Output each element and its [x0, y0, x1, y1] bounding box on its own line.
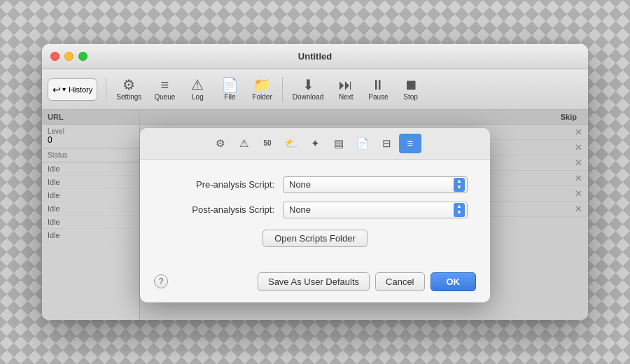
tab-file-icon: 📄 — [356, 137, 370, 150]
next-button[interactable]: ⏭ Next — [330, 75, 361, 104]
tab-form-icon: ▤ — [334, 137, 344, 150]
open-scripts-button[interactable]: Open Scripts Folder — [262, 230, 368, 247]
tab-sliders[interactable]: ⊟ — [375, 134, 398, 153]
content-area: URL Level 0 Status Idle Idle Idle Idle I… — [42, 110, 588, 320]
modal-overlay: ⚙ ⚠ 50 ⛅ ✦ ▤ — [42, 110, 588, 320]
download-icon: ⬇ — [302, 78, 314, 92]
ok-button[interactable]: OK — [430, 272, 477, 291]
history-button[interactable]: ↩ ▾ History — [48, 78, 97, 101]
pre-analysis-select[interactable]: None — [283, 176, 468, 193]
stop-button[interactable]: ⏹ Stop — [396, 75, 426, 104]
tab-script[interactable]: ≡ — [399, 134, 421, 153]
pause-label: Pause — [368, 93, 388, 101]
save-defaults-button[interactable]: Save As User Defaults — [258, 272, 370, 291]
file-button[interactable]: 📄 File — [214, 75, 245, 104]
download-button[interactable]: ⬇ Download — [287, 75, 329, 104]
pre-analysis-select-wrap: None ▲ ▼ — [283, 176, 468, 193]
tab-file[interactable]: 📄 — [351, 134, 374, 153]
minimize-button[interactable] — [64, 52, 74, 61]
tab-settings[interactable]: ⚙ — [209, 134, 231, 153]
tab-network-icon: ✦ — [311, 137, 320, 150]
folder-icon: 📁 — [253, 78, 271, 92]
post-analysis-select[interactable]: None — [283, 202, 468, 218]
pause-button[interactable]: ⏸ Pause — [363, 75, 393, 104]
log-icon: ⚠ — [191, 78, 204, 92]
download-label: Download — [293, 93, 323, 101]
queue-label: Queue — [154, 93, 175, 101]
settings-button[interactable]: ⚙ Settings — [111, 75, 147, 104]
pause-icon: ⏸ — [371, 78, 385, 92]
tab-alert[interactable]: ⚠ — [232, 134, 255, 153]
help-button[interactable]: ? — [154, 274, 168, 288]
folder-label: Folder — [252, 93, 272, 101]
close-button[interactable] — [50, 52, 59, 61]
tab-cloud-icon: ⛅ — [285, 137, 298, 150]
post-analysis-row: Post-analysis Script: None ▲ ▼ — [162, 202, 468, 218]
file-label: File — [224, 93, 235, 101]
traffic-lights — [50, 52, 88, 61]
tab-form[interactable]: ▤ — [328, 134, 350, 153]
toolbar-separator-1 — [106, 77, 106, 102]
post-analysis-label: Post-analysis Script: — [162, 204, 274, 215]
tab-alert-icon: ⚠ — [239, 137, 248, 150]
tab-settings-icon: ⚙ — [216, 137, 225, 150]
next-icon: ⏭ — [339, 78, 353, 92]
tab-count-icon: 50 — [263, 139, 271, 147]
main-window: Untitled ↩ ▾ History ⚙ Settings ≡ Queue … — [42, 44, 588, 320]
post-analysis-select-wrap: None ▲ ▼ — [283, 202, 468, 218]
pre-analysis-row: Pre-analysis Script: None ▲ ▼ — [162, 176, 468, 193]
log-label: Log — [192, 93, 204, 101]
modal-body: Pre-analysis Script: None ▲ ▼ Po — [140, 160, 490, 264]
modal-tabs: ⚙ ⚠ 50 ⛅ ✦ ▤ — [140, 128, 490, 160]
history-icon: ↩ — [52, 84, 61, 95]
queue-button[interactable]: ≡ Queue — [148, 75, 181, 104]
modal-footer: ? Save As User Defaults Cancel OK — [140, 264, 490, 302]
tab-sliders-icon: ⊟ — [382, 137, 391, 150]
log-button[interactable]: ⚠ Log — [182, 75, 213, 104]
history-label: History — [69, 85, 92, 94]
maximize-button[interactable] — [78, 52, 88, 61]
cancel-button[interactable]: Cancel — [375, 272, 424, 291]
tab-network[interactable]: ✦ — [304, 134, 326, 153]
window-title: Untitled — [298, 51, 332, 62]
file-icon: 📄 — [221, 78, 239, 92]
tab-cloud[interactable]: ⛅ — [280, 134, 302, 153]
tab-script-icon: ≡ — [407, 137, 414, 149]
stop-icon: ⏹ — [404, 78, 418, 92]
tab-count[interactable]: 50 — [256, 134, 279, 153]
toolbar-separator-2 — [282, 77, 283, 102]
folder-button[interactable]: 📁 Folder — [246, 75, 277, 104]
settings-label: Settings — [116, 93, 141, 101]
queue-icon: ≡ — [161, 78, 169, 92]
stop-label: Stop — [403, 93, 418, 101]
title-bar: Untitled — [42, 44, 588, 69]
open-scripts-container: Open Scripts Folder — [162, 230, 468, 247]
pre-analysis-label: Pre-analysis Script: — [162, 179, 274, 190]
next-label: Next — [339, 93, 354, 101]
settings-icon: ⚙ — [122, 78, 135, 92]
toolbar: ↩ ▾ History ⚙ Settings ≡ Queue ⚠ Log 📄 F… — [42, 69, 588, 110]
modal-dialog: ⚙ ⚠ 50 ⛅ ✦ ▤ — [140, 128, 490, 302]
history-chevron: ▾ — [62, 85, 66, 93]
